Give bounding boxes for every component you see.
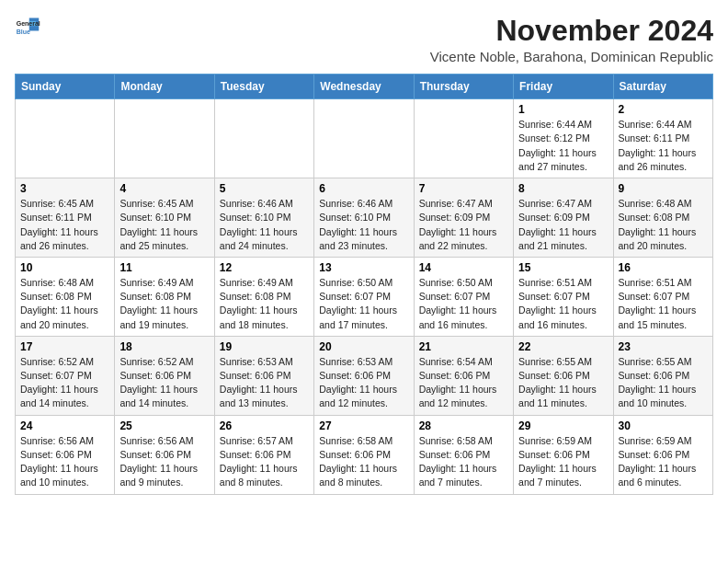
calendar-day-cell: 9Sunrise: 6:48 AM Sunset: 6:08 PM Daylig… [613,178,712,258]
day-info: Sunrise: 6:49 AM Sunset: 6:08 PM Dayligh… [220,276,309,332]
calendar-day-cell [16,99,115,178]
month-title: November 2024 [430,15,713,47]
day-info: Sunrise: 6:56 AM Sunset: 6:06 PM Dayligh… [119,434,209,490]
header-monday: Monday [115,75,214,99]
day-info: Sunrise: 6:53 AM Sunset: 6:06 PM Dayligh… [319,355,408,411]
calendar-day-cell: 30Sunrise: 6:59 AM Sunset: 6:06 PM Dayli… [613,415,712,494]
day-info: Sunrise: 6:56 AM Sunset: 6:06 PM Dayligh… [20,434,109,490]
day-info: Sunrise: 6:51 AM Sunset: 6:07 PM Dayligh… [619,276,708,332]
day-number: 21 [419,340,508,353]
day-number: 13 [319,261,408,274]
day-info: Sunrise: 6:47 AM Sunset: 6:09 PM Dayligh… [419,197,508,253]
calendar-day-cell [115,99,214,178]
day-number: 22 [518,340,608,353]
day-info: Sunrise: 6:46 AM Sunset: 6:10 PM Dayligh… [319,197,408,253]
day-info: Sunrise: 6:52 AM Sunset: 6:06 PM Dayligh… [119,355,209,411]
calendar-day-cell: 4Sunrise: 6:45 AM Sunset: 6:10 PM Daylig… [115,178,214,258]
calendar-day-cell: 26Sunrise: 6:57 AM Sunset: 6:06 PM Dayli… [214,415,313,494]
calendar-day-cell: 18Sunrise: 6:52 AM Sunset: 6:06 PM Dayli… [115,336,214,415]
location-subtitle: Vicente Noble, Barahona, Dominican Repub… [430,49,713,64]
svg-text:Blue: Blue [17,29,30,35]
day-info: Sunrise: 6:54 AM Sunset: 6:06 PM Dayligh… [419,355,508,411]
day-info: Sunrise: 6:51 AM Sunset: 6:07 PM Dayligh… [518,276,608,332]
calendar-day-cell: 2Sunrise: 6:44 AM Sunset: 6:11 PM Daylig… [613,99,712,178]
page-header: General Blue November 2024 Vicente Noble… [15,15,713,64]
calendar-day-cell: 15Sunrise: 6:51 AM Sunset: 6:07 PM Dayli… [514,257,613,336]
day-number: 28 [419,419,508,432]
calendar-day-cell [414,99,513,178]
day-number: 12 [220,261,309,274]
day-number: 27 [319,419,408,432]
calendar-day-cell: 23Sunrise: 6:55 AM Sunset: 6:06 PM Dayli… [613,336,712,415]
day-number: 25 [119,419,209,432]
day-info: Sunrise: 6:45 AM Sunset: 6:10 PM Dayligh… [119,197,209,253]
logo-icon: General Blue [15,15,40,40]
calendar-day-cell: 21Sunrise: 6:54 AM Sunset: 6:06 PM Dayli… [414,336,513,415]
calendar-day-cell: 24Sunrise: 6:56 AM Sunset: 6:06 PM Dayli… [16,415,115,494]
day-number: 2 [619,103,708,116]
calendar-day-cell [214,99,313,178]
day-info: Sunrise: 6:58 AM Sunset: 6:06 PM Dayligh… [319,434,408,490]
calendar-week-row: 3Sunrise: 6:45 AM Sunset: 6:11 PM Daylig… [16,178,713,258]
calendar-day-cell: 28Sunrise: 6:58 AM Sunset: 6:06 PM Dayli… [414,415,513,494]
calendar-day-cell: 1Sunrise: 6:44 AM Sunset: 6:12 PM Daylig… [514,99,613,178]
calendar-week-row: 10Sunrise: 6:48 AM Sunset: 6:08 PM Dayli… [16,257,713,336]
day-info: Sunrise: 6:58 AM Sunset: 6:06 PM Dayligh… [419,434,508,490]
calendar-week-row: 17Sunrise: 6:52 AM Sunset: 6:07 PM Dayli… [16,336,713,415]
title-block: November 2024 Vicente Noble, Barahona, D… [430,15,713,64]
calendar-day-cell: 22Sunrise: 6:55 AM Sunset: 6:06 PM Dayli… [514,336,613,415]
svg-text:General: General [17,20,40,27]
day-number: 7 [419,182,508,195]
day-number: 17 [20,340,109,353]
header-tuesday: Tuesday [214,75,313,99]
day-number: 10 [20,261,109,274]
calendar-day-cell: 29Sunrise: 6:59 AM Sunset: 6:06 PM Dayli… [514,415,613,494]
day-info: Sunrise: 6:45 AM Sunset: 6:11 PM Dayligh… [20,197,109,253]
calendar-day-cell: 11Sunrise: 6:49 AM Sunset: 6:08 PM Dayli… [115,257,214,336]
calendar-day-cell: 8Sunrise: 6:47 AM Sunset: 6:09 PM Daylig… [514,178,613,258]
header-sunday: Sunday [16,75,115,99]
day-number: 15 [518,261,608,274]
day-number: 18 [119,340,209,353]
day-number: 6 [319,182,408,195]
day-info: Sunrise: 6:52 AM Sunset: 6:07 PM Dayligh… [20,355,109,411]
day-number: 11 [119,261,209,274]
day-info: Sunrise: 6:59 AM Sunset: 6:06 PM Dayligh… [619,434,708,490]
calendar-week-row: 24Sunrise: 6:56 AM Sunset: 6:06 PM Dayli… [16,415,713,494]
day-number: 24 [20,419,109,432]
day-number: 3 [20,182,109,195]
day-info: Sunrise: 6:49 AM Sunset: 6:08 PM Dayligh… [119,276,209,332]
day-info: Sunrise: 6:55 AM Sunset: 6:06 PM Dayligh… [619,355,708,411]
calendar-day-cell: 13Sunrise: 6:50 AM Sunset: 6:07 PM Dayli… [314,257,414,336]
day-info: Sunrise: 6:57 AM Sunset: 6:06 PM Dayligh… [220,434,309,490]
calendar-day-cell: 6Sunrise: 6:46 AM Sunset: 6:10 PM Daylig… [314,178,414,258]
calendar-day-cell: 25Sunrise: 6:56 AM Sunset: 6:06 PM Dayli… [115,415,214,494]
calendar-table: SundayMondayTuesdayWednesdayThursdayFrid… [15,74,713,494]
header-thursday: Thursday [414,75,513,99]
weekday-header-row: SundayMondayTuesdayWednesdayThursdayFrid… [16,75,713,99]
header-wednesday: Wednesday [314,75,414,99]
day-number: 29 [518,419,608,432]
day-number: 23 [619,340,708,353]
day-number: 20 [319,340,408,353]
day-number: 14 [419,261,508,274]
calendar-day-cell: 19Sunrise: 6:53 AM Sunset: 6:06 PM Dayli… [214,336,313,415]
calendar-day-cell: 20Sunrise: 6:53 AM Sunset: 6:06 PM Dayli… [314,336,414,415]
calendar-day-cell: 12Sunrise: 6:49 AM Sunset: 6:08 PM Dayli… [214,257,313,336]
header-saturday: Saturday [613,75,712,99]
day-info: Sunrise: 6:50 AM Sunset: 6:07 PM Dayligh… [319,276,408,332]
day-info: Sunrise: 6:47 AM Sunset: 6:09 PM Dayligh… [518,197,608,253]
day-number: 26 [220,419,309,432]
day-number: 30 [619,419,708,432]
logo: General Blue [15,15,40,40]
day-info: Sunrise: 6:46 AM Sunset: 6:10 PM Dayligh… [220,197,309,253]
day-number: 8 [518,182,608,195]
calendar-week-row: 1Sunrise: 6:44 AM Sunset: 6:12 PM Daylig… [16,99,713,178]
calendar-day-cell: 7Sunrise: 6:47 AM Sunset: 6:09 PM Daylig… [414,178,513,258]
calendar-day-cell [314,99,414,178]
calendar-day-cell: 27Sunrise: 6:58 AM Sunset: 6:06 PM Dayli… [314,415,414,494]
day-number: 16 [619,261,708,274]
day-number: 19 [220,340,309,353]
day-number: 1 [518,103,608,116]
calendar-day-cell: 10Sunrise: 6:48 AM Sunset: 6:08 PM Dayli… [16,257,115,336]
